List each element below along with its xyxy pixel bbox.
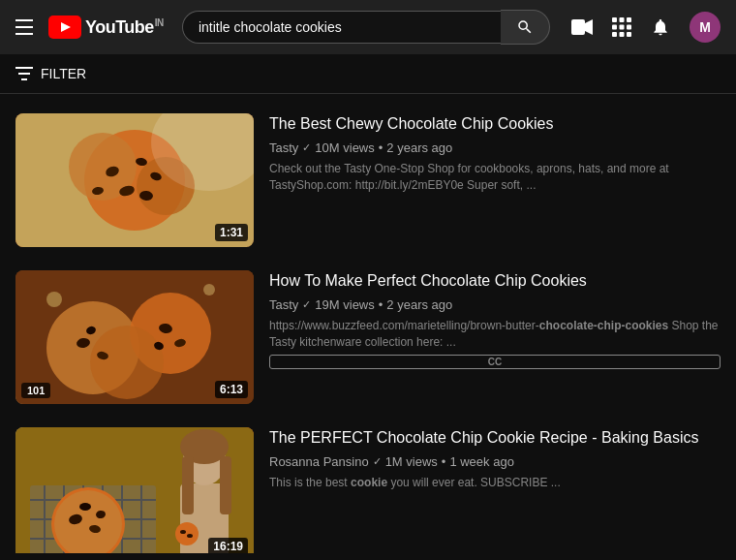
- thumbnail: [15, 427, 254, 553]
- list-item[interactable]: 16:19 The PERFECT Chocolate Chip Cookie …: [0, 416, 736, 553]
- apps-icon[interactable]: [612, 17, 631, 37]
- video-age: 1 week ago: [449, 454, 514, 469]
- header-right: M: [571, 12, 721, 43]
- video-info: How To Make Perfect Chocolate Chip Cooki…: [269, 270, 721, 404]
- svg-rect-9: [627, 25, 631, 30]
- svg-point-38: [203, 284, 215, 296]
- verified-icon: ✓: [373, 455, 382, 468]
- view-count: 10M views: [315, 140, 374, 155]
- svg-point-61: [175, 522, 199, 545]
- video-title: The PERFECT Chocolate Chip Cookie Recipe…: [269, 427, 721, 449]
- svg-rect-10: [612, 32, 617, 37]
- filter-icon: [15, 66, 33, 81]
- video-list: 1:31 The Best Chewy Chocolate Chip Cooki…: [0, 94, 736, 553]
- svg-point-63: [187, 534, 193, 538]
- svg-rect-5: [619, 17, 624, 22]
- youtube-logo[interactable]: YouTubeIN: [48, 16, 164, 39]
- video-title: The Best Chewy Chocolate Chip Cookies: [269, 113, 721, 135]
- youtube-logo-icon: [48, 16, 81, 39]
- verified-icon: ✓: [302, 298, 311, 311]
- logo-suffix: IN: [155, 17, 164, 28]
- svg-rect-12: [627, 32, 631, 37]
- svg-point-30: [90, 326, 164, 399]
- list-item[interactable]: 1:31 The Best Chewy Chocolate Chip Cooki…: [0, 102, 736, 259]
- search-button[interactable]: [501, 10, 550, 45]
- svg-rect-8: [619, 25, 624, 30]
- svg-rect-2: [571, 19, 585, 35]
- filter-button[interactable]: FILTER: [15, 66, 86, 81]
- channel-name: Rosanna Pansino: [269, 454, 369, 469]
- list-item[interactable]: 101 6:13 How To Make Perfect Chocolate C…: [0, 259, 736, 416]
- thumbnail-container: 1:31: [15, 113, 254, 247]
- duration-badge: 6:13: [215, 381, 248, 398]
- thumbnail-container: 16:19: [15, 427, 254, 553]
- search-container: [182, 10, 550, 45]
- svg-rect-60: [220, 456, 231, 514]
- duration-badge: 1:31: [215, 224, 248, 241]
- video-age: 2 years ago: [386, 297, 452, 312]
- thumbnail-container: 101 6:13: [15, 270, 254, 404]
- header: YouTubeIN: [0, 0, 736, 54]
- svg-rect-59: [182, 456, 194, 514]
- video-description: Check out the Tasty One-Stop Shop for co…: [269, 161, 721, 194]
- svg-point-54: [79, 503, 91, 511]
- verified-icon: ✓: [302, 141, 311, 154]
- filter-bar: FILTER: [0, 54, 736, 94]
- video-age: 2 years ago: [386, 140, 452, 155]
- search-icon: [516, 18, 534, 36]
- search-input[interactable]: [182, 11, 501, 44]
- create-icon[interactable]: [571, 19, 593, 35]
- label-101: 101: [21, 383, 50, 398]
- view-count: 1M views: [385, 454, 438, 469]
- video-info: The Best Chewy Chocolate Chip Cookies Ta…: [269, 113, 721, 247]
- video-description: https://www.buzzfeed.com/marietelling/br…: [269, 318, 721, 351]
- svg-point-37: [46, 292, 62, 307]
- svg-marker-3: [585, 19, 593, 35]
- svg-rect-4: [612, 17, 617, 22]
- video-meta: Rosanna Pansino ✓ 1M views • 1 week ago: [269, 454, 721, 469]
- channel-name: Tasty: [269, 140, 298, 155]
- logo-text: YouTubeIN: [85, 17, 164, 38]
- notifications-icon[interactable]: [651, 16, 670, 38]
- svg-rect-11: [619, 32, 624, 37]
- duration-badge: 16:19: [208, 538, 248, 553]
- svg-rect-6: [627, 17, 631, 22]
- view-count: 19M views: [315, 297, 374, 312]
- svg-point-62: [180, 530, 186, 534]
- menu-icon[interactable]: [15, 19, 33, 35]
- video-meta: Tasty ✓ 10M views • 2 years ago: [269, 140, 721, 155]
- header-left: YouTubeIN: [15, 16, 164, 39]
- video-description: This is the best cookie you will ever ea…: [269, 475, 721, 491]
- cc-badge: CC: [269, 355, 721, 369]
- filter-label: FILTER: [41, 66, 86, 81]
- user-avatar[interactable]: M: [690, 12, 721, 43]
- video-meta: Tasty ✓ 19M views • 2 years ago: [269, 297, 721, 312]
- channel-name: Tasty: [269, 297, 298, 312]
- video-info: The PERFECT Chocolate Chip Cookie Recipe…: [269, 427, 721, 553]
- svg-rect-7: [612, 25, 617, 30]
- video-title: How To Make Perfect Chocolate Chip Cooki…: [269, 270, 721, 292]
